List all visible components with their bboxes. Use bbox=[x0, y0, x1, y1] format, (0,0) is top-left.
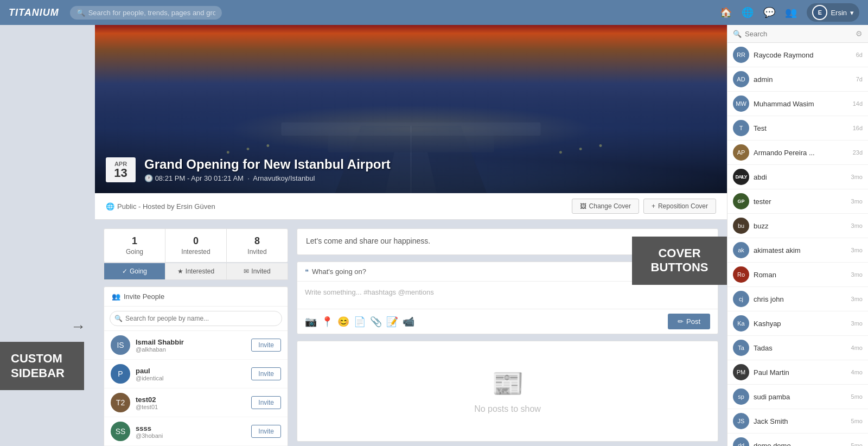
no-posts-text: No posts to show bbox=[308, 404, 707, 414]
emoji-icon[interactable]: 😊 bbox=[337, 316, 349, 328]
invite-button[interactable]: Invite bbox=[251, 425, 281, 438]
invite-user-info: paul @identical bbox=[136, 367, 246, 381]
list-item[interactable]: MW Muhammad Wasim 14d bbox=[727, 92, 868, 116]
avatar: GP bbox=[733, 193, 749, 209]
list-item[interactable]: JS Jack Smith 5mo bbox=[727, 409, 868, 434]
event-details: Grand Opening for New Istanbul Airport 🕐… bbox=[144, 157, 391, 182]
invite-user-name: paul bbox=[136, 367, 246, 375]
user-menu[interactable]: E Ersin ▾ bbox=[807, 3, 859, 22]
sidebar-search-input[interactable] bbox=[745, 30, 852, 38]
sidebar-user-time: 6d bbox=[856, 52, 863, 58]
invite-header-label: Invite People bbox=[124, 292, 164, 301]
change-cover-button[interactable]: 🖼 Change Cover bbox=[572, 199, 639, 214]
video-icon[interactable]: 📹 bbox=[403, 316, 414, 328]
people-icon[interactable]: 👥 bbox=[785, 7, 797, 18]
tab-interested[interactable]: ★ Interested bbox=[165, 263, 227, 279]
list-item[interactable]: RR Raycode Raymond 6d bbox=[727, 43, 868, 67]
image-icon: 🖼 bbox=[580, 202, 586, 210]
event-meta: 🕐 08:21 PM - Apr 30 01:21 AM · Arnavutko… bbox=[144, 174, 391, 182]
quote-icon: ❝ bbox=[305, 267, 309, 276]
avatar: P bbox=[111, 364, 130, 384]
list-item[interactable]: Ka Kashyap 3mo bbox=[727, 311, 868, 336]
cover-info: APR 13 Grand Opening for New Istanbul Ai… bbox=[95, 157, 401, 193]
reposition-cover-button[interactable]: + Reposition Cover bbox=[643, 199, 716, 214]
sidebar-user-time: 4mo bbox=[851, 369, 863, 375]
invite-user-info: Ismail Shabbir @alkhaban bbox=[136, 338, 246, 353]
invite-search-input[interactable] bbox=[110, 311, 282, 326]
invite-button[interactable]: Invite bbox=[251, 396, 281, 409]
list-item[interactable]: AD admin 7d bbox=[727, 67, 868, 92]
list-item: T2 test02 @test01 Invite bbox=[104, 388, 288, 417]
sidebar-user-name: akimatest akim bbox=[754, 246, 847, 254]
location-icon[interactable]: 📍 bbox=[321, 316, 333, 328]
tab-going[interactable]: ✓ Going bbox=[104, 263, 165, 279]
user-name: Ersin bbox=[831, 9, 847, 17]
list-item[interactable]: cj chris john 3mo bbox=[727, 287, 868, 311]
list-item[interactable]: dd demo demo 5mo bbox=[727, 434, 868, 446]
avatar: E bbox=[812, 5, 827, 20]
list-item[interactable]: Ro Roman 3mo bbox=[727, 263, 868, 287]
avatar: T2 bbox=[111, 393, 130, 412]
invite-user-info: ssss @3hobani bbox=[136, 424, 246, 439]
post-button[interactable]: ✏ Post bbox=[668, 314, 710, 329]
avatar: ak bbox=[733, 242, 749, 258]
avatar: cj bbox=[733, 291, 749, 307]
nav-search-input[interactable] bbox=[88, 9, 215, 17]
sidebar-user-name: Raycode Raymond bbox=[754, 51, 852, 59]
sidebar-user-time: 3mo bbox=[851, 247, 863, 253]
avatar: PM bbox=[733, 364, 749, 380]
sidebar-user-time: 3mo bbox=[851, 271, 863, 278]
invited-count-item: 8 Invited bbox=[227, 229, 288, 262]
list-item: IS Ismail Shabbir @alkhaban Invite bbox=[104, 331, 288, 360]
chat-icon[interactable]: 💬 bbox=[763, 7, 775, 18]
list-item[interactable]: sp sudi pamba 5mo bbox=[727, 385, 868, 409]
list-item[interactable]: AP Armando Pereira ... 23d bbox=[727, 141, 868, 165]
list-item[interactable]: DAILY abdi 3mo bbox=[727, 165, 868, 189]
sidebar-user-name: Muhammad Wasim bbox=[754, 100, 848, 108]
left-annotation-area: → CUSTOM SIDEBAR bbox=[0, 25, 95, 446]
doc-icon[interactable]: 📝 bbox=[386, 316, 398, 328]
sidebar-user-name: Tadas bbox=[754, 344, 847, 352]
list-item[interactable]: ak akimatest akim 3mo bbox=[727, 238, 868, 263]
invite-button[interactable]: Invite bbox=[251, 339, 281, 352]
sidebar-user-name: abdi bbox=[754, 173, 847, 181]
sidebar-user-time: 23d bbox=[853, 149, 863, 156]
event-title: Grand Opening for New Istanbul Airport bbox=[144, 157, 391, 172]
sidebar-user-name: Jack Smith bbox=[754, 417, 847, 425]
camera-icon[interactable]: 📷 bbox=[305, 316, 317, 328]
avatar: AP bbox=[733, 144, 749, 161]
people-group-icon: 👥 bbox=[112, 292, 120, 301]
event-cover-buttons: 🖼 Change Cover + Reposition Cover bbox=[572, 199, 716, 214]
invite-list: IS Ismail Shabbir @alkhaban Invite P bbox=[104, 331, 288, 446]
sidebar-user-time: 3mo bbox=[851, 320, 863, 327]
whats-input-area[interactable]: Write something... #hashtags @mentions bbox=[297, 282, 718, 309]
avatar: Ka bbox=[733, 315, 749, 332]
list-item[interactable]: Ta Tadas 4mo bbox=[727, 336, 868, 360]
nav-icons: 🏠 🌐 💬 👥 E Ersin ▾ bbox=[720, 3, 859, 22]
checkmark-icon: ✓ bbox=[122, 267, 127, 275]
home-icon[interactable]: 🏠 bbox=[720, 7, 732, 18]
tab-going-label: Going bbox=[130, 267, 147, 275]
invite-section: 👥 Invite People 🔍 IS bbox=[104, 286, 288, 446]
list-item[interactable]: T Test 16d bbox=[727, 116, 868, 141]
list-item: P paul @identical Invite bbox=[104, 360, 288, 388]
nav-search-bar[interactable]: 🔍 bbox=[70, 6, 222, 20]
list-item[interactable]: bu buzz 3mo bbox=[727, 214, 868, 238]
list-item[interactable]: PM Paul Martin 4mo bbox=[727, 360, 868, 385]
gear-icon[interactable]: ⚙ bbox=[856, 29, 863, 38]
avatar: AD bbox=[733, 71, 749, 87]
cover-buttons-annotation: COVER BUTTONS bbox=[632, 237, 727, 285]
list-item: SS ssss @3hobani Invite bbox=[104, 417, 288, 446]
sidebar-user-name: Roman bbox=[754, 271, 847, 279]
attachment-icon[interactable]: 📎 bbox=[370, 316, 382, 328]
list-item[interactable]: GP tester 3mo bbox=[727, 189, 868, 214]
event-day: 13 bbox=[111, 167, 130, 179]
file-icon[interactable]: 📄 bbox=[354, 316, 366, 328]
invite-button[interactable]: Invite bbox=[251, 367, 281, 380]
tab-invited[interactable]: ✉ Invited bbox=[227, 263, 288, 279]
event-actions-bar: 🌐 Public - Hosted by Ersin Güven 🖼 Chang… bbox=[95, 193, 727, 220]
sidebar-user-name: demo demo bbox=[754, 442, 847, 447]
invite-user-handle: @identical bbox=[136, 375, 246, 381]
globe-icon[interactable]: 🌐 bbox=[742, 7, 754, 18]
invited-count: 8 bbox=[231, 235, 283, 247]
